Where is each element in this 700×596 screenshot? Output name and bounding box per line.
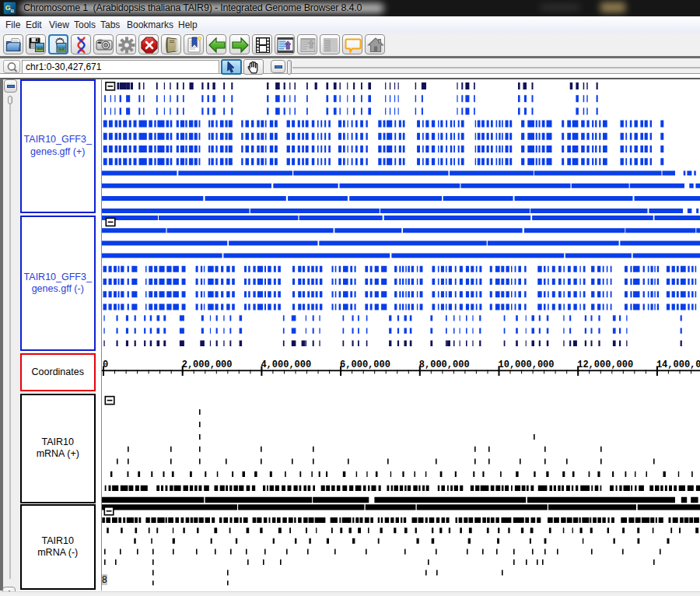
svg-text:12,000,000: 12,000,000 — [577, 359, 633, 370]
svg-text:6,000,000: 6,000,000 — [340, 359, 390, 370]
svg-text:2,000,000: 2,000,000 — [182, 359, 233, 370]
svg-text:8,000,000: 8,000,000 — [419, 359, 470, 370]
svg-text:0: 0 — [103, 359, 108, 370]
svg-text:10,000,000: 10,000,000 — [499, 359, 555, 370]
svg-text:14,000,0: 14,000,0 — [656, 359, 700, 370]
svg-text:4,000,000: 4,000,000 — [261, 359, 311, 370]
